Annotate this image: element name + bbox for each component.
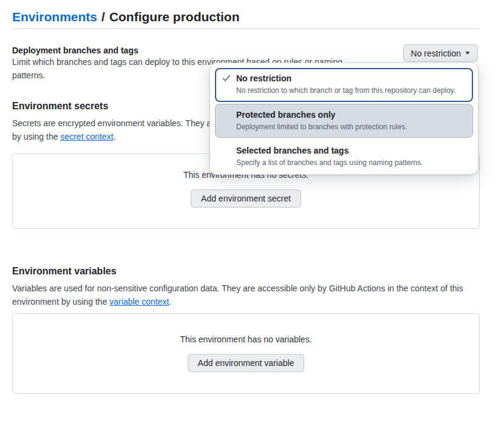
menu-item-description: Specify a list of branches and tags usin… xyxy=(236,158,423,168)
page-title: Configure production xyxy=(109,10,240,24)
check-icon xyxy=(222,72,236,86)
secret-context-link[interactable]: secret context xyxy=(60,132,113,141)
variables-empty-text: This environment has no variables. xyxy=(180,333,312,345)
environment-secrets-heading: Environment secrets xyxy=(12,100,108,113)
environment-variables-description: Variables are used for non-sensitive con… xyxy=(12,282,481,308)
breadcrumb-separator: / xyxy=(101,10,105,24)
breadcrumb: Environments/Configure production xyxy=(12,8,240,26)
menu-item-description: No restriction to which branch or tag fr… xyxy=(236,86,455,96)
chevron-down-icon xyxy=(465,52,470,55)
menu-item-protected-branches-only[interactable]: Protected branches only Deployment limit… xyxy=(215,104,473,138)
selector-button-label: No restriction xyxy=(411,49,461,58)
add-environment-secret-button[interactable]: Add environment secret xyxy=(191,189,301,208)
add-environment-variable-button[interactable]: Add environment variable xyxy=(188,354,305,372)
environment-settings-page: Environments/Configure production Deploy… xyxy=(0,0,504,434)
branch-restriction-selector-button[interactable]: No restriction xyxy=(403,44,478,62)
branch-restriction-menu: No restriction No restriction to which b… xyxy=(209,63,478,175)
check-placeholder xyxy=(222,109,236,110)
deployment-branches-heading: Deployment branches and tags xyxy=(12,45,138,56)
menu-item-selected-branches-and-tags[interactable]: Selected branches and tags Specify a lis… xyxy=(215,140,473,174)
menu-item-title: Selected branches and tags xyxy=(236,144,423,157)
variable-context-link[interactable]: variable context xyxy=(109,297,169,307)
environment-variables-heading: Environment variables xyxy=(12,265,117,278)
menu-item-no-restriction[interactable]: No restriction No restriction to which b… xyxy=(215,68,473,102)
menu-item-title: No restriction xyxy=(236,72,455,84)
header-divider xyxy=(12,29,480,29)
variables-empty-box: This environment has no variables. Add e… xyxy=(12,313,480,394)
check-placeholder xyxy=(222,144,236,146)
menu-item-title: Protected branches only xyxy=(236,109,407,121)
menu-item-description: Deployment limited to branches with prot… xyxy=(236,122,407,132)
environments-link[interactable]: Environments xyxy=(12,10,97,24)
